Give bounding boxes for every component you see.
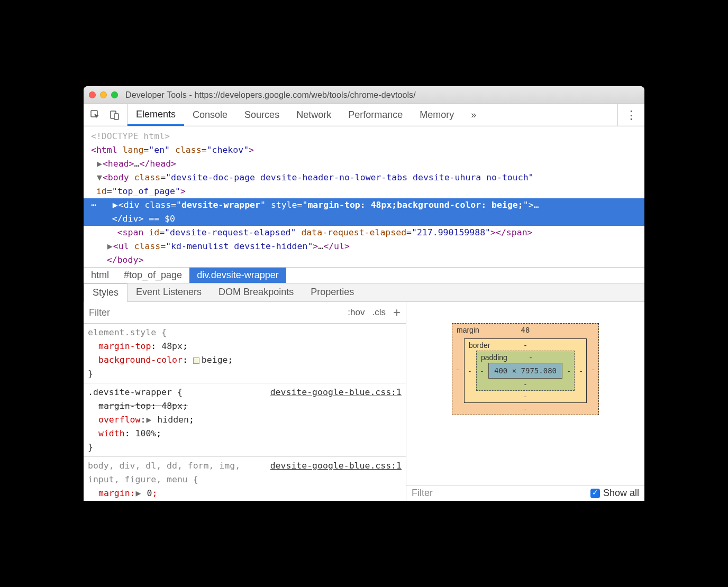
devtools-window: Developer Tools - https://developers.goo… <box>84 86 644 501</box>
minimize-button[interactable] <box>100 91 107 98</box>
tab-elements[interactable]: Elements <box>128 104 184 126</box>
titlebar: Developer Tools - https://developers.goo… <box>84 86 644 104</box>
computed-pane: margin 48 - - - border - - - - padding - <box>406 302 644 501</box>
tab-properties[interactable]: Properties <box>302 283 362 301</box>
breadcrumb-html[interactable]: html <box>84 268 116 283</box>
hov-toggle[interactable]: :hov <box>348 307 365 318</box>
traffic-lights <box>89 91 118 98</box>
cls-toggle[interactable]: .cls <box>372 307 386 318</box>
expand-arrow-icon[interactable]: ▶ <box>145 413 152 427</box>
source-link[interactable]: devsite-google-blue.css:1 <box>270 386 402 399</box>
breadcrumb: html #top_of_page div.devsite-wrapper <box>84 267 644 283</box>
rules-list[interactable]: element.style { margin-top: 48px; backgr… <box>84 324 406 501</box>
styles-rules-pane: :hov .cls + element.style { margin-top: … <box>84 302 406 501</box>
source-link-2[interactable]: devsite-google-blue.css:1 <box>270 459 402 487</box>
selector-element-style: element.style { <box>88 326 167 340</box>
maximize-button[interactable] <box>111 91 118 98</box>
tab-sources[interactable]: Sources <box>236 104 288 126</box>
breadcrumb-top-of-page[interactable]: #top_of_page <box>116 268 189 283</box>
tab-styles[interactable]: Styles <box>84 283 128 302</box>
computed-filter-row: Filter Show all <box>406 485 644 501</box>
styles-body: :hov .cls + element.style { margin-top: … <box>84 302 644 501</box>
styles-filter-row: :hov .cls + <box>84 302 406 324</box>
tab-memory[interactable]: Memory <box>411 104 462 126</box>
new-style-rule-button[interactable]: + <box>393 305 401 320</box>
svg-rect-2 <box>114 114 119 120</box>
show-all-label: Show all <box>603 488 639 499</box>
styles-sidebar-tabs: Styles Event Listeners DOM Breakpoints P… <box>84 283 644 302</box>
tab-performance[interactable]: Performance <box>340 104 411 126</box>
window-title: Developer Tools - https://developers.goo… <box>125 90 416 100</box>
dom-tree[interactable]: <!DOCTYPE html> <html lang="en" class="c… <box>84 126 644 267</box>
expand-arrow-icon[interactable]: ▶ <box>135 487 142 500</box>
selector-devsite-wrapper: .devsite-wrapper { <box>88 386 183 399</box>
color-swatch-icon[interactable] <box>193 357 199 364</box>
tab-console[interactable]: Console <box>184 104 236 126</box>
box-model-content: 400 × 7975.080 <box>488 363 562 379</box>
device-toolbar-icon[interactable] <box>109 109 121 121</box>
selector-body-etc: body, div, dl, dd, form, img, input, fig… <box>88 459 247 487</box>
styles-filter-input[interactable] <box>89 307 348 318</box>
selected-dom-node[interactable]: ⋯ ▶<div class="devsite-wrapper" style="m… <box>84 198 644 226</box>
tabs-overflow[interactable]: » <box>462 104 485 126</box>
main-toolbar: Elements Console Sources Network Perform… <box>84 104 644 126</box>
panel-tabs: Elements Console Sources Network Perform… <box>128 104 485 126</box>
breadcrumb-devsite-wrapper[interactable]: div.devsite-wrapper <box>189 268 286 283</box>
show-all-checkbox[interactable] <box>590 489 600 498</box>
tab-network[interactable]: Network <box>288 104 340 126</box>
inspect-element-icon[interactable] <box>90 109 102 121</box>
box-model[interactable]: margin 48 - - - border - - - - padding - <box>406 302 644 485</box>
computed-filter-label[interactable]: Filter <box>412 488 433 499</box>
tab-event-listeners[interactable]: Event Listeners <box>128 283 210 301</box>
close-button[interactable] <box>89 91 96 98</box>
menu-icon[interactable]: ⋮ <box>625 109 637 121</box>
tab-dom-breakpoints[interactable]: DOM Breakpoints <box>210 283 302 301</box>
